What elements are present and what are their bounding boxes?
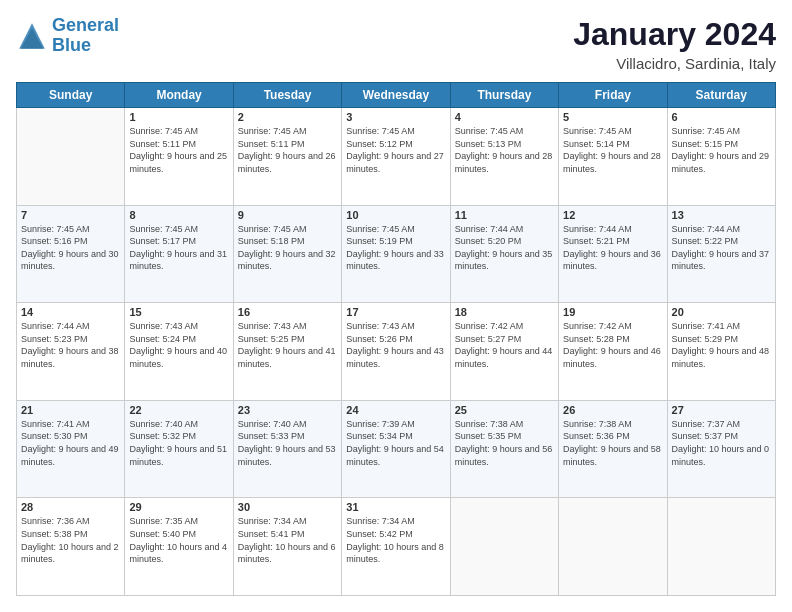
day-number: 20	[672, 306, 771, 318]
day-number: 13	[672, 209, 771, 221]
day-number: 1	[129, 111, 228, 123]
calendar-table: SundayMondayTuesdayWednesdayThursdayFrid…	[16, 82, 776, 596]
calendar-day-cell: 16Sunrise: 7:43 AMSunset: 5:25 PMDayligh…	[233, 303, 341, 401]
day-info: Sunrise: 7:35 AMSunset: 5:40 PMDaylight:…	[129, 515, 228, 565]
calendar-week-row: 7Sunrise: 7:45 AMSunset: 5:16 PMDaylight…	[17, 205, 776, 303]
calendar-day-cell: 26Sunrise: 7:38 AMSunset: 5:36 PMDayligh…	[559, 400, 667, 498]
day-info: Sunrise: 7:40 AMSunset: 5:32 PMDaylight:…	[129, 418, 228, 468]
logo-line1: General	[52, 15, 119, 35]
day-info: Sunrise: 7:38 AMSunset: 5:36 PMDaylight:…	[563, 418, 662, 468]
calendar-day-cell: 9Sunrise: 7:45 AMSunset: 5:18 PMDaylight…	[233, 205, 341, 303]
calendar-day-header: Friday	[559, 83, 667, 108]
calendar-day-header: Monday	[125, 83, 233, 108]
calendar-day-cell: 27Sunrise: 7:37 AMSunset: 5:37 PMDayligh…	[667, 400, 775, 498]
calendar-day-cell: 1Sunrise: 7:45 AMSunset: 5:11 PMDaylight…	[125, 108, 233, 206]
calendar-day-cell: 24Sunrise: 7:39 AMSunset: 5:34 PMDayligh…	[342, 400, 450, 498]
page-title: January 2024	[573, 16, 776, 53]
day-number: 27	[672, 404, 771, 416]
day-number: 26	[563, 404, 662, 416]
day-info: Sunrise: 7:44 AMSunset: 5:20 PMDaylight:…	[455, 223, 554, 273]
day-info: Sunrise: 7:45 AMSunset: 5:11 PMDaylight:…	[129, 125, 228, 175]
day-number: 18	[455, 306, 554, 318]
calendar-day-cell: 12Sunrise: 7:44 AMSunset: 5:21 PMDayligh…	[559, 205, 667, 303]
calendar-day-cell: 8Sunrise: 7:45 AMSunset: 5:17 PMDaylight…	[125, 205, 233, 303]
calendar-header-row: SundayMondayTuesdayWednesdayThursdayFrid…	[17, 83, 776, 108]
calendar-day-cell	[450, 498, 558, 596]
day-number: 9	[238, 209, 337, 221]
day-info: Sunrise: 7:42 AMSunset: 5:27 PMDaylight:…	[455, 320, 554, 370]
day-number: 14	[21, 306, 120, 318]
logo-line2: Blue	[52, 35, 91, 55]
calendar-day-cell: 17Sunrise: 7:43 AMSunset: 5:26 PMDayligh…	[342, 303, 450, 401]
day-number: 22	[129, 404, 228, 416]
day-number: 19	[563, 306, 662, 318]
day-number: 12	[563, 209, 662, 221]
calendar-day-cell: 11Sunrise: 7:44 AMSunset: 5:20 PMDayligh…	[450, 205, 558, 303]
calendar-day-cell: 13Sunrise: 7:44 AMSunset: 5:22 PMDayligh…	[667, 205, 775, 303]
calendar-day-cell: 28Sunrise: 7:36 AMSunset: 5:38 PMDayligh…	[17, 498, 125, 596]
day-info: Sunrise: 7:40 AMSunset: 5:33 PMDaylight:…	[238, 418, 337, 468]
day-number: 4	[455, 111, 554, 123]
day-info: Sunrise: 7:39 AMSunset: 5:34 PMDaylight:…	[346, 418, 445, 468]
day-number: 15	[129, 306, 228, 318]
calendar-day-header: Wednesday	[342, 83, 450, 108]
day-info: Sunrise: 7:34 AMSunset: 5:42 PMDaylight:…	[346, 515, 445, 565]
logo-text: General Blue	[52, 16, 119, 56]
day-info: Sunrise: 7:45 AMSunset: 5:15 PMDaylight:…	[672, 125, 771, 175]
day-number: 21	[21, 404, 120, 416]
day-number: 28	[21, 501, 120, 513]
calendar-day-cell: 29Sunrise: 7:35 AMSunset: 5:40 PMDayligh…	[125, 498, 233, 596]
day-info: Sunrise: 7:44 AMSunset: 5:21 PMDaylight:…	[563, 223, 662, 273]
logo-icon	[16, 20, 48, 52]
svg-marker-1	[21, 28, 43, 49]
calendar-day-cell: 6Sunrise: 7:45 AMSunset: 5:15 PMDaylight…	[667, 108, 775, 206]
calendar-day-cell: 22Sunrise: 7:40 AMSunset: 5:32 PMDayligh…	[125, 400, 233, 498]
day-number: 2	[238, 111, 337, 123]
calendar-day-cell	[17, 108, 125, 206]
calendar-day-cell: 20Sunrise: 7:41 AMSunset: 5:29 PMDayligh…	[667, 303, 775, 401]
logo: General Blue	[16, 16, 119, 56]
calendar-week-row: 21Sunrise: 7:41 AMSunset: 5:30 PMDayligh…	[17, 400, 776, 498]
day-info: Sunrise: 7:45 AMSunset: 5:13 PMDaylight:…	[455, 125, 554, 175]
calendar-day-cell	[559, 498, 667, 596]
calendar-day-cell: 31Sunrise: 7:34 AMSunset: 5:42 PMDayligh…	[342, 498, 450, 596]
calendar-day-cell: 23Sunrise: 7:40 AMSunset: 5:33 PMDayligh…	[233, 400, 341, 498]
calendar-day-cell: 18Sunrise: 7:42 AMSunset: 5:27 PMDayligh…	[450, 303, 558, 401]
day-info: Sunrise: 7:43 AMSunset: 5:26 PMDaylight:…	[346, 320, 445, 370]
day-info: Sunrise: 7:36 AMSunset: 5:38 PMDaylight:…	[21, 515, 120, 565]
day-info: Sunrise: 7:45 AMSunset: 5:18 PMDaylight:…	[238, 223, 337, 273]
header: General Blue January 2024 Villacidro, Sa…	[16, 16, 776, 72]
calendar-day-cell: 10Sunrise: 7:45 AMSunset: 5:19 PMDayligh…	[342, 205, 450, 303]
day-number: 24	[346, 404, 445, 416]
day-info: Sunrise: 7:45 AMSunset: 5:11 PMDaylight:…	[238, 125, 337, 175]
day-info: Sunrise: 7:45 AMSunset: 5:19 PMDaylight:…	[346, 223, 445, 273]
day-number: 10	[346, 209, 445, 221]
calendar-day-cell: 19Sunrise: 7:42 AMSunset: 5:28 PMDayligh…	[559, 303, 667, 401]
day-info: Sunrise: 7:45 AMSunset: 5:17 PMDaylight:…	[129, 223, 228, 273]
day-info: Sunrise: 7:45 AMSunset: 5:14 PMDaylight:…	[563, 125, 662, 175]
day-info: Sunrise: 7:45 AMSunset: 5:16 PMDaylight:…	[21, 223, 120, 273]
calendar-week-row: 14Sunrise: 7:44 AMSunset: 5:23 PMDayligh…	[17, 303, 776, 401]
day-info: Sunrise: 7:44 AMSunset: 5:22 PMDaylight:…	[672, 223, 771, 273]
day-info: Sunrise: 7:41 AMSunset: 5:30 PMDaylight:…	[21, 418, 120, 468]
day-info: Sunrise: 7:41 AMSunset: 5:29 PMDaylight:…	[672, 320, 771, 370]
calendar-day-cell: 7Sunrise: 7:45 AMSunset: 5:16 PMDaylight…	[17, 205, 125, 303]
calendar-day-header: Tuesday	[233, 83, 341, 108]
calendar-day-cell: 15Sunrise: 7:43 AMSunset: 5:24 PMDayligh…	[125, 303, 233, 401]
calendar-day-cell: 30Sunrise: 7:34 AMSunset: 5:41 PMDayligh…	[233, 498, 341, 596]
calendar-day-header: Thursday	[450, 83, 558, 108]
day-number: 3	[346, 111, 445, 123]
day-info: Sunrise: 7:43 AMSunset: 5:24 PMDaylight:…	[129, 320, 228, 370]
day-info: Sunrise: 7:42 AMSunset: 5:28 PMDaylight:…	[563, 320, 662, 370]
day-info: Sunrise: 7:37 AMSunset: 5:37 PMDaylight:…	[672, 418, 771, 468]
day-number: 29	[129, 501, 228, 513]
day-info: Sunrise: 7:38 AMSunset: 5:35 PMDaylight:…	[455, 418, 554, 468]
calendar-day-header: Sunday	[17, 83, 125, 108]
page: General Blue January 2024 Villacidro, Sa…	[0, 0, 792, 612]
calendar-day-cell: 4Sunrise: 7:45 AMSunset: 5:13 PMDaylight…	[450, 108, 558, 206]
calendar-week-row: 28Sunrise: 7:36 AMSunset: 5:38 PMDayligh…	[17, 498, 776, 596]
title-block: January 2024 Villacidro, Sardinia, Italy	[573, 16, 776, 72]
day-number: 11	[455, 209, 554, 221]
page-subtitle: Villacidro, Sardinia, Italy	[573, 55, 776, 72]
calendar-day-cell: 3Sunrise: 7:45 AMSunset: 5:12 PMDaylight…	[342, 108, 450, 206]
